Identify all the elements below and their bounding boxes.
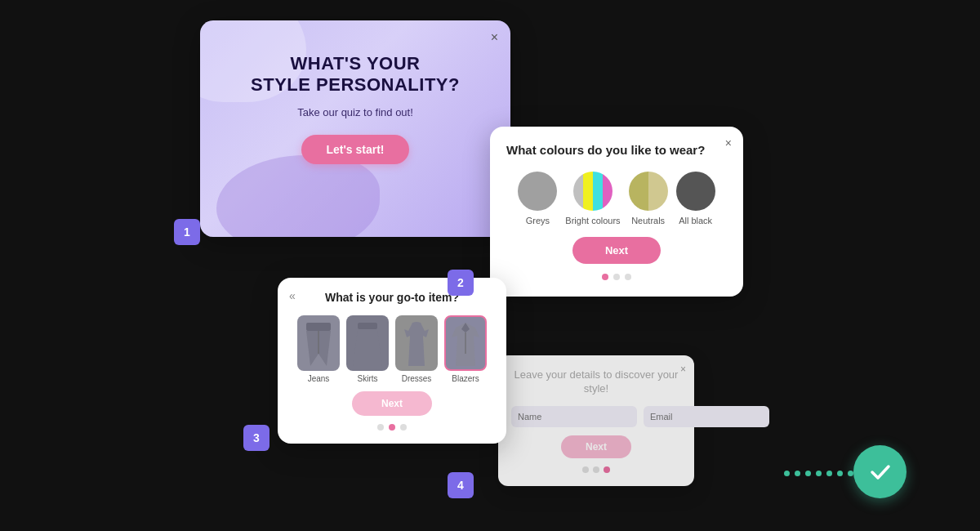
- svg-rect-2: [358, 323, 377, 329]
- checkmark-icon: [866, 457, 895, 487]
- card3-goto-item: « What is your go-to item? Jeans Skirts: [278, 278, 506, 444]
- blazers-label: Blazers: [452, 374, 479, 383]
- clothing-item-blazers[interactable]: Blazers: [444, 315, 487, 383]
- dresses-image: [395, 315, 438, 371]
- card1-title: WHAT'S YOURSTYLE PERSONALITY?: [225, 53, 486, 96]
- dot-2: [613, 274, 620, 280]
- card1-subtitle: Take our quiz to find out!: [225, 106, 486, 118]
- dresses-label: Dresses: [402, 374, 432, 383]
- step-badge-2: 2: [448, 270, 474, 296]
- skirts-image: [346, 315, 389, 371]
- step-badge-4: 4: [448, 472, 474, 498]
- bright-circle-inner: [573, 172, 612, 211]
- clothing-item-jeans[interactable]: Jeans: [297, 315, 340, 383]
- clothing-item-dresses[interactable]: Dresses: [395, 315, 438, 383]
- card2-close-button[interactable]: ×: [725, 136, 732, 149]
- bright-label: Bright colours: [565, 216, 620, 225]
- colour-option-neutrals[interactable]: Neutrals: [629, 172, 668, 225]
- blazers-image: [444, 315, 487, 371]
- neutrals-circle: [629, 172, 668, 211]
- jeans-image: [297, 315, 340, 371]
- bright-circle: [573, 172, 612, 211]
- skirts-label: Skirts: [358, 374, 378, 383]
- step-label-2: 2: [457, 276, 464, 289]
- card1-style-personality: × WHAT'S YOURSTYLE PERSONALITY? Take our…: [200, 20, 510, 237]
- card1-start-button[interactable]: Let's start!: [301, 135, 408, 164]
- colour-options: Greys Bright colours Neutrals All black: [506, 172, 727, 225]
- dot-1: [602, 274, 608, 280]
- step-badge-1: 1: [174, 219, 200, 245]
- dot-3: [625, 274, 631, 280]
- card3-back-button[interactable]: «: [289, 289, 296, 302]
- step-label-3: 3: [253, 431, 260, 444]
- card4-dot-1: [582, 466, 589, 473]
- colour-option-bright[interactable]: Bright colours: [565, 172, 620, 225]
- black-label: All black: [679, 216, 712, 225]
- card3-dot-2: [389, 424, 395, 431]
- check-badge: [853, 445, 906, 498]
- black-circle: [676, 172, 715, 211]
- card3-next-button[interactable]: Next: [352, 391, 432, 416]
- step-label-4: 4: [457, 479, 464, 492]
- card1-close-button[interactable]: ×: [491, 30, 498, 45]
- step-label-1: 1: [184, 225, 190, 239]
- card4-email-input[interactable]: [644, 406, 769, 427]
- grey-label: Greys: [526, 216, 550, 225]
- grey-circle: [518, 172, 557, 211]
- step-badge-3: 3: [243, 425, 270, 451]
- card4-name-input[interactable]: [511, 406, 637, 427]
- card4-close-button[interactable]: ×: [680, 364, 686, 375]
- colour-option-black[interactable]: All black: [676, 172, 715, 225]
- jeans-label: Jeans: [308, 374, 330, 383]
- dotted-line: [784, 471, 853, 476]
- card4-progress-dots: [511, 466, 681, 473]
- card3-dot-3: [400, 424, 407, 431]
- card2-colours-quiz: × What colours do you like to wear? Grey…: [490, 127, 743, 297]
- card4-fields: [511, 406, 681, 427]
- svg-rect-0: [306, 323, 331, 331]
- card4-dot-3: [604, 466, 610, 473]
- card4-dot-2: [593, 466, 599, 473]
- card2-progress-dots: [506, 274, 727, 280]
- card4-details: × Leave your details to discover your st…: [498, 355, 694, 486]
- card4-title: Leave your details to discover your styl…: [511, 368, 681, 396]
- clothing-item-skirts[interactable]: Skirts: [346, 315, 389, 383]
- card4-next-button[interactable]: Next: [561, 435, 631, 458]
- colour-option-greys[interactable]: Greys: [518, 172, 557, 225]
- neutrals-label: Neutrals: [631, 216, 665, 225]
- clothing-options: Jeans Skirts Dresses: [291, 315, 493, 383]
- card2-next-button[interactable]: Next: [572, 237, 661, 264]
- card2-title: What colours do you like to wear?: [506, 143, 727, 157]
- card3-progress-dots: [291, 424, 493, 431]
- card3-dot-1: [377, 424, 384, 431]
